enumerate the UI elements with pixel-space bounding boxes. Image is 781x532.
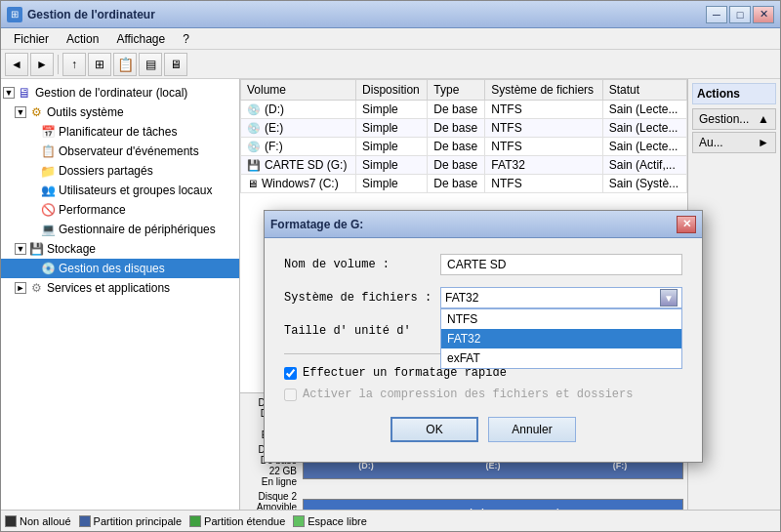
taille-label: Taille d' unité d' <box>284 324 440 338</box>
fs-option-fat32[interactable]: FAT32 <box>441 329 681 348</box>
fs-dropdown-arrow[interactable]: ▼ <box>660 289 678 307</box>
format-dialog: Formatage de G: ✕ Nom de volume : Systèm… <box>264 210 703 463</box>
dialog-title-bar: Formatage de G: ✕ <box>265 211 702 238</box>
compress-label: Activer la compression des fichiers et d… <box>303 388 633 401</box>
fs-option-exfat[interactable]: exFAT <box>441 348 681 368</box>
fs-selected-value: FAT32 <box>445 291 478 305</box>
fs-option-ntfs[interactable]: NTFS <box>441 309 681 329</box>
nom-volume-input[interactable] <box>440 254 682 275</box>
nom-volume-row: Nom de volume : <box>284 254 682 275</box>
fs-dropdown: NTFS FAT32 exFAT <box>440 308 682 369</box>
ok-button[interactable]: OK <box>390 417 478 442</box>
rapide-checkbox[interactable] <box>284 367 297 380</box>
compress-row: Activer la compression des fichiers et d… <box>284 388 682 401</box>
fs-row: Système de fichiers : FAT32 ▼ NTFS FAT32… <box>284 287 682 308</box>
modal-overlay: Formatage de G: ✕ Nom de volume : Systèm… <box>0 0 781 532</box>
dialog-title: Formatage de G: <box>270 218 363 231</box>
dialog-body: Nom de volume : Système de fichiers : FA… <box>265 238 702 462</box>
dialog-footer: OK Annuler <box>284 409 682 446</box>
compress-checkbox[interactable] <box>284 389 297 401</box>
cancel-button[interactable]: Annuler <box>488 417 576 442</box>
fs-select-box[interactable]: FAT32 ▼ <box>440 287 682 308</box>
fs-select-wrapper: FAT32 ▼ NTFS FAT32 exFAT <box>440 287 682 308</box>
nom-volume-label: Nom de volume : <box>284 258 440 271</box>
fs-label: Système de fichiers : <box>284 291 440 305</box>
dialog-close-button[interactable]: ✕ <box>677 216 696 233</box>
